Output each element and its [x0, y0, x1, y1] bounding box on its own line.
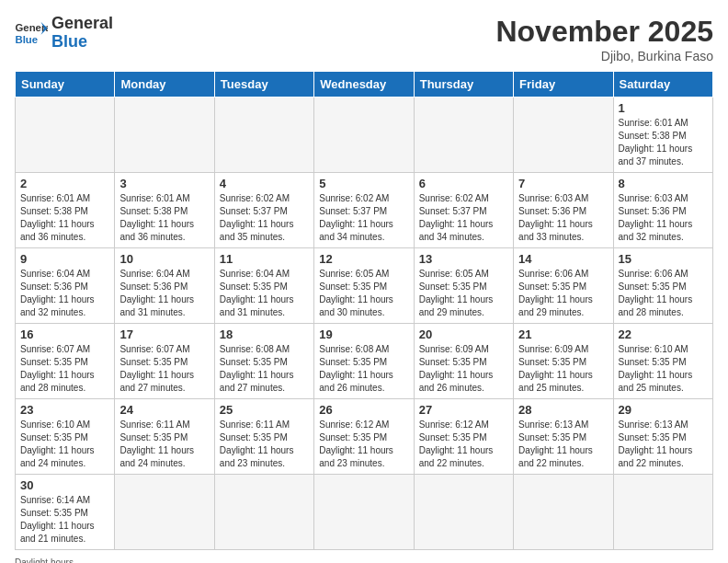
day-number: 17 [119, 327, 209, 341]
day-number: 26 [319, 403, 408, 417]
day-header-tuesday: Tuesday [214, 72, 313, 98]
calendar-cell: 13Sunrise: 6:05 AM Sunset: 5:35 PM Dayli… [414, 248, 513, 324]
cell-sun-info: Sunrise: 6:06 AM Sunset: 5:35 PM Dayligh… [619, 268, 708, 319]
day-number: 9 [20, 252, 109, 266]
calendar-cell: 2Sunrise: 6:01 AM Sunset: 5:38 PM Daylig… [16, 173, 115, 248]
calendar-week-row: 16Sunrise: 6:07 AM Sunset: 5:35 PM Dayli… [16, 324, 713, 399]
calendar-cell: 5Sunrise: 6:02 AM Sunset: 5:37 PM Daylig… [314, 173, 414, 248]
cell-sun-info: Sunrise: 6:10 AM Sunset: 5:35 PM Dayligh… [619, 343, 708, 395]
calendar-cell [16, 98, 115, 173]
day-number: 23 [20, 403, 109, 417]
calendar-cell: 21Sunrise: 6:09 AM Sunset: 5:35 PM Dayli… [514, 324, 613, 399]
day-number: 3 [119, 177, 209, 190]
day-header-monday: Monday [115, 72, 214, 98]
cell-sun-info: Sunrise: 6:02 AM Sunset: 5:37 PM Dayligh… [419, 192, 508, 244]
calendar-cell: 10Sunrise: 6:04 AM Sunset: 5:36 PM Dayli… [115, 248, 214, 324]
cell-sun-info: Sunrise: 6:04 AM Sunset: 5:36 PM Dayligh… [20, 268, 109, 319]
calendar-week-row: 2Sunrise: 6:01 AM Sunset: 5:38 PM Daylig… [16, 173, 713, 248]
calendar-cell: 7Sunrise: 6:03 AM Sunset: 5:36 PM Daylig… [514, 173, 613, 248]
day-number: 29 [619, 403, 708, 417]
calendar-cell [414, 98, 513, 173]
cell-sun-info: Sunrise: 6:01 AM Sunset: 5:38 PM Dayligh… [619, 117, 708, 168]
calendar-cell: 15Sunrise: 6:06 AM Sunset: 5:35 PM Dayli… [613, 248, 712, 324]
day-number: 6 [419, 177, 508, 190]
logo-text: GeneralBlue [51, 15, 113, 52]
calendar-cell [613, 475, 712, 550]
day-number: 22 [619, 327, 708, 341]
day-header-saturday: Saturday [613, 72, 712, 98]
calendar-cell: 4Sunrise: 6:02 AM Sunset: 5:37 PM Daylig… [214, 173, 313, 248]
calendar-week-row: 1Sunrise: 6:01 AM Sunset: 5:38 PM Daylig… [16, 98, 713, 173]
cell-sun-info: Sunrise: 6:07 AM Sunset: 5:35 PM Dayligh… [119, 343, 209, 395]
calendar-cell: 23Sunrise: 6:10 AM Sunset: 5:35 PM Dayli… [16, 399, 115, 475]
generalblue-logo-icon: General Blue [15, 20, 48, 46]
cell-sun-info: Sunrise: 6:09 AM Sunset: 5:35 PM Dayligh… [419, 343, 508, 395]
calendar-cell: 22Sunrise: 6:10 AM Sunset: 5:35 PM Dayli… [613, 324, 712, 399]
day-number: 20 [419, 327, 508, 341]
cell-sun-info: Sunrise: 6:03 AM Sunset: 5:36 PM Dayligh… [518, 192, 608, 244]
calendar-cell [514, 475, 613, 550]
day-number: 12 [319, 252, 408, 266]
cell-sun-info: Sunrise: 6:03 AM Sunset: 5:36 PM Dayligh… [619, 192, 708, 244]
day-header-sunday: Sunday [16, 72, 115, 98]
calendar-cell: 18Sunrise: 6:08 AM Sunset: 5:35 PM Dayli… [214, 324, 313, 399]
cell-sun-info: Sunrise: 6:01 AM Sunset: 5:38 PM Dayligh… [20, 192, 109, 244]
calendar-cell: 16Sunrise: 6:07 AM Sunset: 5:35 PM Dayli… [16, 324, 115, 399]
calendar-cell: 20Sunrise: 6:09 AM Sunset: 5:35 PM Dayli… [414, 324, 513, 399]
calendar-cell: 17Sunrise: 6:07 AM Sunset: 5:35 PM Dayli… [115, 324, 214, 399]
day-number: 24 [119, 403, 209, 417]
cell-sun-info: Sunrise: 6:12 AM Sunset: 5:35 PM Dayligh… [319, 419, 408, 470]
calendar-cell [514, 98, 613, 173]
daylight-label: Daylight hours [15, 557, 74, 563]
day-number: 25 [220, 403, 309, 417]
calendar-cell: 6Sunrise: 6:02 AM Sunset: 5:37 PM Daylig… [414, 173, 513, 248]
cell-sun-info: Sunrise: 6:09 AM Sunset: 5:35 PM Dayligh… [518, 343, 608, 395]
day-number: 8 [619, 177, 708, 190]
footer-note: Daylight hours [15, 554, 713, 563]
calendar-cell: 26Sunrise: 6:12 AM Sunset: 5:35 PM Dayli… [314, 399, 414, 475]
calendar-header-row: SundayMondayTuesdayWednesdayThursdayFrid… [16, 72, 713, 98]
cell-sun-info: Sunrise: 6:04 AM Sunset: 5:35 PM Dayligh… [220, 268, 309, 319]
day-number: 1 [619, 101, 708, 115]
calendar-cell: 19Sunrise: 6:08 AM Sunset: 5:35 PM Dayli… [314, 324, 414, 399]
cell-sun-info: Sunrise: 6:07 AM Sunset: 5:35 PM Dayligh… [20, 343, 109, 395]
day-number: 15 [619, 252, 708, 266]
day-number: 10 [119, 252, 209, 266]
cell-sun-info: Sunrise: 6:02 AM Sunset: 5:37 PM Dayligh… [319, 192, 408, 244]
calendar-cell [214, 98, 313, 173]
day-number: 2 [20, 177, 109, 190]
day-number: 7 [518, 177, 608, 190]
logo: General Blue GeneralBlue [15, 15, 113, 52]
calendar-cell: 29Sunrise: 6:13 AM Sunset: 5:35 PM Dayli… [613, 399, 712, 475]
day-number: 4 [220, 177, 309, 190]
calendar-cell: 30Sunrise: 6:14 AM Sunset: 5:35 PM Dayli… [16, 475, 115, 550]
cell-sun-info: Sunrise: 6:11 AM Sunset: 5:35 PM Dayligh… [220, 419, 309, 470]
day-number: 21 [518, 327, 608, 341]
cell-sun-info: Sunrise: 6:08 AM Sunset: 5:35 PM Dayligh… [319, 343, 408, 395]
month-year-title: November 2025 [495, 15, 713, 49]
cell-sun-info: Sunrise: 6:04 AM Sunset: 5:36 PM Dayligh… [119, 268, 209, 319]
calendar-cell [314, 98, 414, 173]
day-header-wednesday: Wednesday [314, 72, 414, 98]
cell-sun-info: Sunrise: 6:05 AM Sunset: 5:35 PM Dayligh… [319, 268, 408, 319]
cell-sun-info: Sunrise: 6:12 AM Sunset: 5:35 PM Dayligh… [419, 419, 508, 470]
day-number: 14 [518, 252, 608, 266]
calendar-cell [115, 475, 214, 550]
location-subtitle: Djibo, Burkina Faso [495, 49, 713, 63]
day-header-friday: Friday [514, 72, 613, 98]
calendar-cell: 1Sunrise: 6:01 AM Sunset: 5:38 PM Daylig… [613, 98, 712, 173]
calendar-week-row: 23Sunrise: 6:10 AM Sunset: 5:35 PM Dayli… [16, 399, 713, 475]
calendar-cell: 11Sunrise: 6:04 AM Sunset: 5:35 PM Dayli… [214, 248, 313, 324]
calendar-week-row: 30Sunrise: 6:14 AM Sunset: 5:35 PM Dayli… [16, 475, 713, 550]
cell-sun-info: Sunrise: 6:10 AM Sunset: 5:35 PM Dayligh… [20, 419, 109, 470]
cell-sun-info: Sunrise: 6:13 AM Sunset: 5:35 PM Dayligh… [619, 419, 708, 470]
calendar-cell: 3Sunrise: 6:01 AM Sunset: 5:38 PM Daylig… [115, 173, 214, 248]
calendar-cell [314, 475, 414, 550]
calendar-cell [115, 98, 214, 173]
title-area: November 2025 Djibo, Burkina Faso [495, 15, 713, 63]
day-number: 27 [419, 403, 508, 417]
calendar-cell: 12Sunrise: 6:05 AM Sunset: 5:35 PM Dayli… [314, 248, 414, 324]
calendar-table: SundayMondayTuesdayWednesdayThursdayFrid… [15, 71, 713, 550]
day-number: 16 [20, 327, 109, 341]
cell-sun-info: Sunrise: 6:13 AM Sunset: 5:35 PM Dayligh… [518, 419, 608, 470]
